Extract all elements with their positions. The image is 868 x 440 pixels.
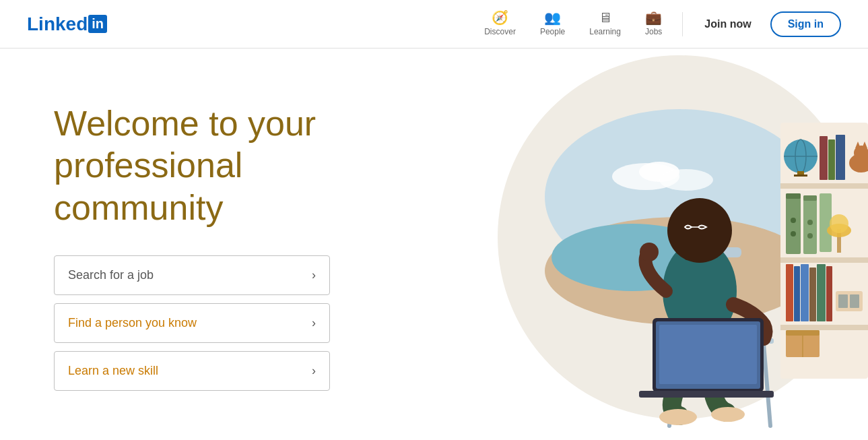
sign-in-button[interactable]: Sign in [770,11,841,37]
nav-jobs[interactable]: 💼 Jobs [636,5,671,43]
headline-line2: professional community [54,146,242,226]
svg-rect-16 [820,136,828,180]
nav-learning-label: Learning [589,27,621,36]
people-icon: 👥 [544,11,561,24]
svg-point-4 [659,169,713,191]
svg-point-25 [791,218,796,223]
logo-box: in [88,15,107,33]
svg-rect-14 [797,171,804,175]
svg-rect-38 [809,268,816,321]
nav-jobs-label: Jobs [645,27,662,36]
nav-divider [682,12,683,36]
nav-people-label: People [540,27,565,36]
svg-rect-43 [850,294,859,308]
svg-rect-59 [659,325,757,384]
logo-text: Linked [27,15,88,34]
cta-search-job-label: Search for a job [68,268,154,282]
svg-rect-9 [780,257,868,263]
nav: 🧭 Discover 👥 People 🖥 Learning 💼 Jobs Jo… [475,5,841,43]
svg-rect-15 [794,175,807,177]
nav-discover[interactable]: 🧭 Discover [475,5,525,43]
svg-point-55 [667,198,732,263]
chevron-right-icon-2: › [312,316,316,330]
svg-rect-39 [817,264,826,321]
nav-people[interactable]: 👥 People [531,5,574,43]
svg-rect-23 [786,193,801,254]
svg-rect-40 [826,266,832,321]
svg-rect-17 [828,139,835,180]
svg-rect-8 [780,183,868,189]
svg-rect-35 [786,264,793,321]
main-content: Welcome to your professional community S… [0,49,868,440]
jobs-icon: 💼 [645,11,662,24]
svg-point-61 [640,243,659,261]
nav-discover-label: Discover [484,27,516,36]
svg-point-52 [659,409,697,425]
svg-point-53 [711,407,745,422]
svg-rect-10 [780,325,868,330]
nav-actions: Join now Sign in [694,11,841,37]
svg-point-34 [830,214,848,233]
cta-find-person[interactable]: Find a person you know › [54,303,330,343]
discover-icon: 🧭 [492,11,508,24]
svg-point-26 [791,231,796,237]
left-content: Welcome to your professional community S… [54,89,404,391]
chevron-right-icon: › [312,268,316,282]
cta-find-person-label: Find a person you know [68,316,197,330]
header: Linkedin 🧭 Discover 👥 People 🖥 Learning … [0,0,868,49]
cta-learn-skill[interactable]: Learn a new skill › [54,351,330,391]
svg-rect-18 [836,135,845,180]
svg-point-30 [807,233,813,239]
nav-learning[interactable]: 🖥 Learning [580,5,630,43]
linkedin-logo[interactable]: Linkedin [27,15,107,34]
learning-icon: 🖥 [599,11,612,24]
hero-illustration [397,49,868,440]
cta-search-job[interactable]: Search for a job › [54,255,330,295]
headline: Welcome to your professional community [54,102,404,228]
join-now-button[interactable]: Join now [694,13,762,36]
svg-rect-36 [794,266,800,321]
svg-rect-24 [786,193,801,199]
cta-list: Search for a job › Find a person you kno… [54,255,330,391]
svg-rect-37 [801,264,809,321]
chevron-right-icon-3: › [312,364,316,378]
headline-line1: Welcome to your [54,104,316,143]
svg-rect-42 [838,294,848,308]
svg-rect-60 [639,391,774,398]
cta-learn-skill-label: Learn a new skill [68,364,158,378]
svg-point-29 [807,220,813,225]
svg-rect-28 [803,195,817,201]
